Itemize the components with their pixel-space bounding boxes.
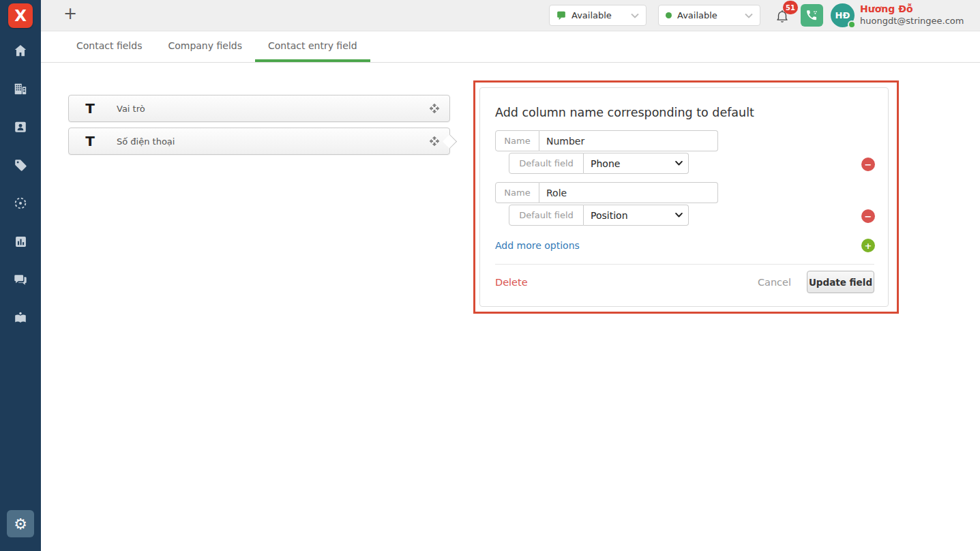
- minus-icon: −: [865, 160, 872, 169]
- text-type-icon: T: [81, 133, 99, 149]
- green-dot-icon: [666, 12, 672, 18]
- remove-row-button[interactable]: −: [861, 158, 875, 171]
- logo-letter: X: [14, 7, 27, 25]
- home-icon: [13, 43, 28, 58]
- tags-icon: [13, 158, 28, 173]
- sidebar-item-chat[interactable]: [0, 260, 41, 299]
- default-field-addon-label: Default field: [509, 205, 584, 226]
- online-status-dot-icon: [848, 20, 856, 29]
- name-addon-label: Name: [495, 130, 539, 151]
- chat-square-icon: [556, 10, 566, 20]
- default-field-select-wrap: Position: [584, 205, 689, 226]
- chevron-down-icon: [631, 13, 639, 18]
- name-addon-label: Name: [495, 182, 539, 203]
- delete-link[interactable]: Delete: [495, 277, 528, 288]
- sidebar-item-tags[interactable]: [0, 146, 41, 184]
- sidebar-item-settings[interactable]: ⚙: [7, 510, 34, 537]
- tab-company-fields[interactable]: Company fields: [155, 31, 255, 62]
- default-field-select[interactable]: Position: [584, 205, 689, 226]
- gear-icon: ⚙: [14, 516, 27, 533]
- option-row-1-default-group: Default field Phone: [509, 153, 689, 174]
- option-row-2-name-group: Name: [495, 182, 718, 203]
- notifications-button[interactable]: 51: [771, 4, 794, 27]
- default-field-addon-label: Default field: [509, 153, 584, 174]
- topbar: + Available Available 51: [41, 0, 980, 31]
- campaigns-icon: [13, 310, 28, 325]
- contacts-icon: [13, 119, 28, 134]
- sidebar-item-company[interactable]: [0, 70, 41, 108]
- sidebar-item-campaigns[interactable]: [0, 299, 41, 337]
- add-more-options-link[interactable]: Add more options: [495, 240, 580, 251]
- move-icon: [429, 136, 440, 147]
- divider: [495, 264, 874, 265]
- tabs-bar: Contact fields Company fields Contact en…: [41, 31, 980, 63]
- plus-icon: +: [865, 241, 872, 250]
- sidebar-item-reports[interactable]: [0, 222, 41, 260]
- user-avatar[interactable]: HĐ: [831, 3, 855, 27]
- call-status-dropdown[interactable]: Available: [658, 5, 760, 26]
- logo-box: X: [0, 0, 41, 31]
- user-menu[interactable]: Hương Đỗ huongdt@stringee.com: [860, 3, 964, 27]
- tab-contact-fields[interactable]: Contact fields: [63, 31, 155, 62]
- notification-badge: 51: [783, 1, 798, 14]
- field-item-label: Số điện thoại: [117, 136, 429, 147]
- chat-icon: [13, 272, 28, 287]
- sidebar-item-home[interactable]: [0, 31, 41, 70]
- target-icon: [13, 196, 28, 211]
- field-item-vai-tro[interactable]: T Vai trò: [68, 95, 450, 122]
- update-field-button[interactable]: Update field: [807, 271, 874, 293]
- edit-field-panel: Add column name corresponding to default…: [479, 87, 889, 307]
- default-field-select-wrap: Phone: [584, 153, 689, 174]
- field-item-so-dien-thoai[interactable]: T Số điện thoại: [68, 128, 450, 155]
- new-tab-button[interactable]: +: [63, 4, 77, 23]
- agent-status-label: Available: [571, 10, 631, 20]
- option-name-input[interactable]: [539, 182, 718, 203]
- agent-status-dropdown[interactable]: Available: [549, 5, 647, 26]
- call-button[interactable]: [801, 4, 823, 27]
- company-icon: [13, 81, 28, 96]
- tab-contact-entry-field[interactable]: Contact entry field: [255, 31, 370, 62]
- add-row-button[interactable]: +: [861, 239, 875, 252]
- field-item-label: Vai trò: [117, 104, 429, 114]
- cancel-button[interactable]: Cancel: [758, 277, 791, 288]
- drag-handle[interactable]: [429, 103, 440, 114]
- sidebar-item-targets[interactable]: [0, 184, 41, 222]
- app-logo[interactable]: X: [8, 3, 33, 28]
- option-row-2-default-group: Default field Position: [509, 205, 689, 226]
- panel-title: Add column name corresponding to default: [495, 106, 754, 119]
- app-window: X: [0, 0, 980, 551]
- avatar-initials: HĐ: [835, 10, 850, 20]
- user-email: huongdt@stringee.com: [860, 16, 964, 27]
- drag-handle[interactable]: [429, 136, 440, 147]
- sidebar: X: [0, 0, 41, 551]
- move-icon: [429, 103, 440, 114]
- selected-pointer-icon: [443, 134, 457, 149]
- main-content: Contact fields Company fields Contact en…: [41, 31, 980, 551]
- option-row-1-name-group: Name: [495, 130, 718, 151]
- user-name: Hương Đỗ: [860, 3, 964, 16]
- chevron-down-icon: [745, 13, 753, 18]
- remove-row-button[interactable]: −: [861, 209, 875, 223]
- text-type-icon: T: [81, 100, 99, 117]
- phone-icon: [805, 9, 818, 22]
- option-name-input[interactable]: [539, 130, 718, 151]
- call-status-label: Available: [677, 10, 745, 20]
- reports-icon: [14, 235, 28, 249]
- sidebar-item-contacts[interactable]: [0, 108, 41, 146]
- minus-icon: −: [865, 212, 872, 221]
- default-field-select[interactable]: Phone: [584, 153, 689, 174]
